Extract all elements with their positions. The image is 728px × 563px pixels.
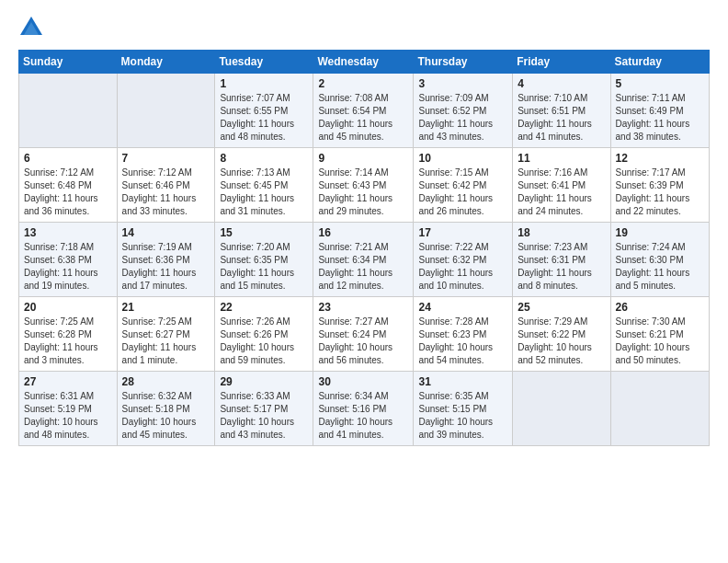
day-number: 5	[616, 77, 704, 90]
day-number: 21	[122, 301, 210, 314]
calendar-cell: 16Sunrise: 7:21 AM Sunset: 6:34 PM Dayli…	[313, 223, 414, 297]
logo	[18, 15, 48, 40]
calendar-cell	[19, 74, 118, 148]
calendar-cell: 24Sunrise: 7:28 AM Sunset: 6:23 PM Dayli…	[414, 297, 513, 372]
calendar-cell	[610, 372, 709, 446]
calendar-cell: 26Sunrise: 7:30 AM Sunset: 6:21 PM Dayli…	[610, 297, 709, 372]
day-number: 27	[24, 375, 112, 388]
day-number: 28	[122, 375, 210, 388]
calendar-cell: 23Sunrise: 7:27 AM Sunset: 6:24 PM Dayli…	[313, 297, 414, 372]
day-number: 8	[220, 152, 308, 165]
calendar-cell: 2Sunrise: 7:08 AM Sunset: 6:54 PM Daylig…	[313, 74, 414, 148]
header	[18, 15, 710, 40]
day-info: Sunrise: 7:27 AM Sunset: 6:24 PM Dayligh…	[318, 316, 408, 367]
calendar-cell: 25Sunrise: 7:29 AM Sunset: 6:22 PM Dayli…	[513, 297, 610, 372]
day-info: Sunrise: 7:30 AM Sunset: 6:21 PM Dayligh…	[616, 316, 704, 367]
day-number: 23	[318, 301, 408, 314]
calendar-cell: 4Sunrise: 7:10 AM Sunset: 6:51 PM Daylig…	[513, 74, 610, 148]
calendar-cell: 12Sunrise: 7:17 AM Sunset: 6:39 PM Dayli…	[610, 148, 709, 223]
calendar-cell: 9Sunrise: 7:14 AM Sunset: 6:43 PM Daylig…	[313, 148, 414, 223]
day-info: Sunrise: 7:13 AM Sunset: 6:45 PM Dayligh…	[220, 167, 308, 218]
day-info: Sunrise: 7:26 AM Sunset: 6:26 PM Dayligh…	[220, 316, 308, 367]
day-info: Sunrise: 7:12 AM Sunset: 6:46 PM Dayligh…	[122, 167, 210, 218]
calendar-cell: 8Sunrise: 7:13 AM Sunset: 6:45 PM Daylig…	[215, 148, 313, 223]
day-info: Sunrise: 6:32 AM Sunset: 5:18 PM Dayligh…	[122, 390, 210, 442]
day-info: Sunrise: 7:07 AM Sunset: 6:55 PM Dayligh…	[220, 92, 308, 144]
weekday-header: Tuesday	[215, 51, 313, 74]
day-number: 1	[220, 77, 308, 90]
day-number: 15	[220, 226, 308, 239]
day-info: Sunrise: 7:14 AM Sunset: 6:43 PM Dayligh…	[318, 167, 408, 218]
calendar-cell: 27Sunrise: 6:31 AM Sunset: 5:19 PM Dayli…	[19, 372, 118, 446]
day-info: Sunrise: 7:23 AM Sunset: 6:31 PM Dayligh…	[518, 241, 605, 293]
day-number: 17	[418, 226, 507, 239]
day-number: 6	[24, 152, 112, 165]
calendar-cell: 29Sunrise: 6:33 AM Sunset: 5:17 PM Dayli…	[215, 372, 313, 446]
day-number: 14	[122, 226, 210, 239]
day-info: Sunrise: 7:25 AM Sunset: 6:27 PM Dayligh…	[122, 316, 210, 367]
calendar-cell: 28Sunrise: 6:32 AM Sunset: 5:18 PM Dayli…	[117, 372, 215, 446]
day-number: 16	[318, 226, 408, 239]
weekday-header-row: SundayMondayTuesdayWednesdayThursdayFrid…	[19, 51, 710, 74]
day-info: Sunrise: 7:28 AM Sunset: 6:23 PM Dayligh…	[418, 316, 507, 367]
day-info: Sunrise: 6:34 AM Sunset: 5:16 PM Dayligh…	[318, 390, 408, 442]
calendar-week-row: 20Sunrise: 7:25 AM Sunset: 6:28 PM Dayli…	[19, 297, 710, 372]
day-number: 25	[518, 301, 605, 314]
weekday-header: Friday	[513, 51, 610, 74]
weekday-header: Saturday	[610, 51, 709, 74]
logo-icon	[18, 15, 44, 40]
day-number: 26	[616, 301, 704, 314]
calendar-cell: 11Sunrise: 7:16 AM Sunset: 6:41 PM Dayli…	[513, 148, 610, 223]
day-info: Sunrise: 7:10 AM Sunset: 6:51 PM Dayligh…	[518, 92, 605, 144]
calendar-cell: 5Sunrise: 7:11 AM Sunset: 6:49 PM Daylig…	[610, 74, 709, 148]
day-number: 12	[616, 152, 704, 165]
calendar-week-row: 27Sunrise: 6:31 AM Sunset: 5:19 PM Dayli…	[19, 372, 710, 446]
calendar-week-row: 13Sunrise: 7:18 AM Sunset: 6:38 PM Dayli…	[19, 223, 710, 297]
day-number: 19	[616, 226, 704, 239]
day-info: Sunrise: 7:25 AM Sunset: 6:28 PM Dayligh…	[24, 316, 112, 367]
day-info: Sunrise: 7:15 AM Sunset: 6:42 PM Dayligh…	[418, 167, 507, 218]
day-number: 10	[418, 152, 507, 165]
day-info: Sunrise: 7:29 AM Sunset: 6:22 PM Dayligh…	[518, 316, 605, 367]
calendar-week-row: 1Sunrise: 7:07 AM Sunset: 6:55 PM Daylig…	[19, 74, 710, 148]
calendar-cell: 1Sunrise: 7:07 AM Sunset: 6:55 PM Daylig…	[215, 74, 313, 148]
calendar-cell: 7Sunrise: 7:12 AM Sunset: 6:46 PM Daylig…	[117, 148, 215, 223]
calendar-cell: 3Sunrise: 7:09 AM Sunset: 6:52 PM Daylig…	[414, 74, 513, 148]
day-number: 11	[518, 152, 605, 165]
day-number: 29	[220, 375, 308, 388]
weekday-header: Sunday	[19, 51, 118, 74]
day-info: Sunrise: 7:12 AM Sunset: 6:48 PM Dayligh…	[24, 167, 112, 218]
day-number: 20	[24, 301, 112, 314]
calendar-cell: 31Sunrise: 6:35 AM Sunset: 5:15 PM Dayli…	[414, 372, 513, 446]
day-info: Sunrise: 6:33 AM Sunset: 5:17 PM Dayligh…	[220, 390, 308, 442]
calendar-cell: 18Sunrise: 7:23 AM Sunset: 6:31 PM Dayli…	[513, 223, 610, 297]
day-info: Sunrise: 7:11 AM Sunset: 6:49 PM Dayligh…	[616, 92, 704, 144]
page-container: SundayMondayTuesdayWednesdayThursdayFrid…	[0, 0, 728, 455]
day-number: 4	[518, 77, 605, 90]
day-info: Sunrise: 7:17 AM Sunset: 6:39 PM Dayligh…	[616, 167, 704, 218]
calendar-cell: 15Sunrise: 7:20 AM Sunset: 6:35 PM Dayli…	[215, 223, 313, 297]
day-info: Sunrise: 7:09 AM Sunset: 6:52 PM Dayligh…	[418, 92, 507, 144]
day-info: Sunrise: 7:22 AM Sunset: 6:32 PM Dayligh…	[418, 241, 507, 293]
day-info: Sunrise: 7:24 AM Sunset: 6:30 PM Dayligh…	[616, 241, 704, 293]
day-info: Sunrise: 7:16 AM Sunset: 6:41 PM Dayligh…	[518, 167, 605, 218]
calendar-cell: 19Sunrise: 7:24 AM Sunset: 6:30 PM Dayli…	[610, 223, 709, 297]
calendar-cell	[513, 372, 610, 446]
calendar-cell: 13Sunrise: 7:18 AM Sunset: 6:38 PM Dayli…	[19, 223, 118, 297]
calendar-cell: 20Sunrise: 7:25 AM Sunset: 6:28 PM Dayli…	[19, 297, 118, 372]
weekday-header: Monday	[117, 51, 215, 74]
calendar-cell: 17Sunrise: 7:22 AM Sunset: 6:32 PM Dayli…	[414, 223, 513, 297]
day-number: 9	[318, 152, 408, 165]
day-info: Sunrise: 6:31 AM Sunset: 5:19 PM Dayligh…	[24, 390, 112, 442]
day-number: 22	[220, 301, 308, 314]
day-number: 31	[418, 375, 507, 388]
day-number: 7	[122, 152, 210, 165]
calendar-table: SundayMondayTuesdayWednesdayThursdayFrid…	[18, 50, 710, 446]
calendar-cell: 21Sunrise: 7:25 AM Sunset: 6:27 PM Dayli…	[117, 297, 215, 372]
day-info: Sunrise: 7:18 AM Sunset: 6:38 PM Dayligh…	[24, 241, 112, 293]
weekday-header: Thursday	[414, 51, 513, 74]
day-number: 30	[318, 375, 408, 388]
day-info: Sunrise: 7:20 AM Sunset: 6:35 PM Dayligh…	[220, 241, 308, 293]
day-info: Sunrise: 7:21 AM Sunset: 6:34 PM Dayligh…	[318, 241, 408, 293]
day-number: 2	[318, 77, 408, 90]
